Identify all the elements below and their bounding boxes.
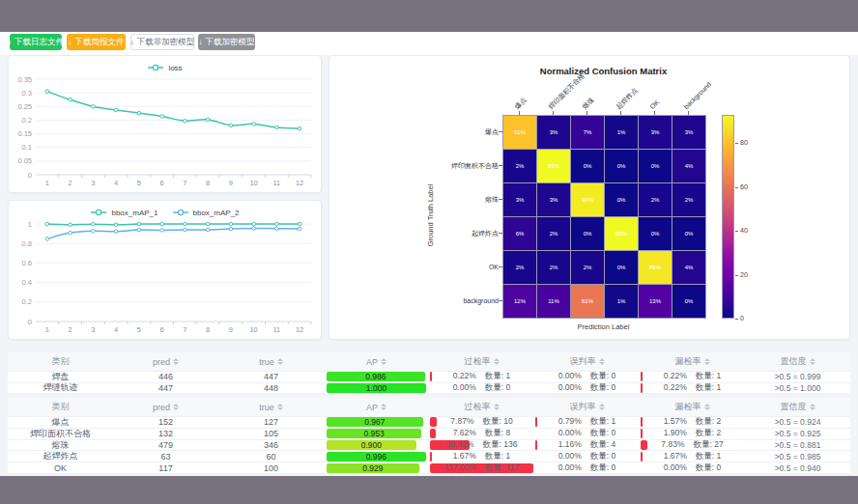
cell-miss: 1.90%数量: 2 [640, 429, 745, 439]
sort-caret-icon[interactable] [381, 358, 386, 365]
button-label: 下载日志文件 [14, 37, 64, 48]
sort-caret-icon[interactable] [599, 404, 605, 410]
cell-text: 焊缝轨迹 [43, 383, 78, 394]
confidence-value: >0.5 = 0.985 [775, 452, 821, 462]
sort-caret-icon[interactable] [173, 404, 179, 410]
svg-text:0.35: 0.35 [17, 75, 32, 84]
cell-over: 1.67%数量: 1 [429, 451, 534, 462]
legend-item-bbox_mAP_1[interactable]: bbox_mAP_1 [90, 209, 157, 217]
column-header-over[interactable]: 过检率 [429, 398, 534, 416]
column-header-true[interactable]: true [218, 398, 324, 416]
sort-caret-icon[interactable] [704, 404, 710, 410]
cell-text: 152 [158, 417, 173, 427]
cell-category: OK [8, 462, 113, 473]
column-header-miss[interactable]: 漏检率 [640, 352, 745, 371]
column-header-over[interactable]: 过检率 [429, 352, 534, 371]
rate-percent: 7.62% [453, 429, 476, 439]
svg-text:0.6: 0.6 [22, 259, 32, 267]
rate-count: 数量: 4 [590, 440, 615, 451]
sort-caret-icon[interactable] [810, 358, 815, 365]
svg-text:0: 0 [28, 171, 32, 180]
column-header-pred[interactable]: pred [113, 398, 218, 416]
cell-category: 爆点 [8, 417, 113, 428]
confidence-value: >0.5 = 0.881 [775, 440, 821, 450]
matrix-cell: 3% [537, 183, 570, 216]
svg-text:5: 5 [137, 179, 141, 187]
cell-text: 479 [158, 440, 173, 450]
sort-caret-icon[interactable] [494, 358, 500, 365]
rate-percent: 0.00% [558, 462, 582, 473]
cell-text: 焊盘 [52, 372, 70, 382]
sort-caret-icon[interactable] [599, 358, 605, 365]
cell-text: 448 [264, 383, 278, 393]
sort-caret-icon[interactable] [277, 358, 283, 365]
sort-caret-icon[interactable] [810, 404, 815, 410]
column-header-ap[interactable]: AP [324, 352, 429, 371]
column-header-label: 误判率 [570, 355, 596, 368]
legend-item-loss[interactable]: loss [147, 64, 182, 72]
legend-item-bbox_mAP_2[interactable]: bbox_mAP_2 [172, 209, 240, 217]
column-header-label: 类别 [52, 401, 70, 413]
matrix-cell: 81% [503, 116, 536, 149]
button-label: 下载非加密模型 [137, 37, 195, 48]
cell-true: 447 [218, 372, 324, 382]
rate-count: 数量: 2 [696, 417, 721, 428]
matrix-cell: 89% [639, 251, 672, 284]
colorbar-tick [735, 319, 738, 320]
loss-chart-card: loss 00.050.10.150.20.250.30.35123456789… [8, 55, 322, 193]
cell-text: 63 [160, 452, 170, 462]
column-header-conf[interactable]: 置信度 [745, 398, 850, 416]
download-unencrypted-model-button[interactable]: ↓下载非加密模型 [130, 34, 194, 50]
column-header-pred[interactable]: pred [113, 352, 218, 371]
colorbar-tick [735, 143, 738, 144]
svg-text:5: 5 [137, 325, 141, 334]
rate-percent: 1.90% [664, 429, 687, 439]
matrix-column-label: 起焊炸点 [615, 86, 640, 111]
column-header-ap[interactable]: AP [324, 398, 429, 416]
matrix-tick [499, 131, 502, 132]
confidence-value: >0.5 = 1.000 [775, 383, 821, 393]
bottom-frame-strip [0, 476, 858, 504]
column-header-label: 置信度 [781, 355, 807, 368]
svg-text:11: 11 [272, 179, 280, 187]
matrix-row-label: 熔珠 [410, 182, 499, 216]
svg-text:9: 9 [229, 179, 233, 187]
svg-text:3: 3 [91, 179, 95, 187]
cell-pred: 117 [113, 462, 218, 473]
column-header-mis[interactable]: 误判率 [534, 398, 640, 416]
rate-percent: 117.00% [444, 462, 476, 473]
column-header-conf[interactable]: 置信度 [745, 352, 850, 371]
cell-mis: 0.00%数量: 0 [534, 383, 640, 394]
column-header-label: AP [366, 357, 378, 367]
matrix-cell: 0% [639, 217, 672, 250]
cell-ap: 0.900 [324, 440, 429, 451]
column-header-mis[interactable]: 误判率 [534, 352, 640, 371]
column-header-true[interactable]: true [218, 352, 324, 371]
rate-bar [641, 383, 643, 393]
sort-caret-icon[interactable] [381, 404, 386, 410]
rate-count: 数量: 0 [485, 383, 510, 394]
colorbar-tick [735, 231, 738, 232]
sort-caret-icon[interactable] [277, 404, 283, 410]
ap-bar: 1.000 [327, 383, 426, 393]
rate-count: 数量: 0 [696, 462, 721, 473]
sort-caret-icon[interactable] [494, 404, 500, 410]
sort-caret-icon[interactable] [704, 358, 710, 365]
rate-count: 数量: 136 [482, 440, 517, 451]
ap-bar: 0.967 [327, 417, 423, 427]
download-encrypted-model-button[interactable]: ↓下载加密模型 [198, 34, 255, 50]
matrix-tick [499, 266, 502, 267]
matrix-tick [586, 111, 587, 115]
matrix-row-label: 起焊炸点 [410, 216, 499, 250]
matrix-cell: 12% [503, 285, 536, 318]
sort-caret-icon[interactable] [173, 358, 179, 365]
button-label: 下载加密模型 [206, 37, 255, 48]
table-row: 焊盘4464470.9860.22%数量: 10.00%数量: 00.22%数量… [8, 372, 850, 383]
column-header-miss[interactable]: 漏检率 [640, 398, 745, 416]
download-brief-button[interactable]: ↓下载简报文件 [67, 34, 126, 50]
table-row: 焊缝轨迹4474481.0000.00%数量: 00.00%数量: 00.22%… [8, 383, 850, 395]
rate-percent: 0.79% [558, 417, 582, 428]
button-label: 下载简报文件 [75, 37, 125, 48]
download-log-button[interactable]: ↓下载日志文件 [10, 34, 62, 50]
cell-miss: 0.00%数量: 0 [640, 462, 745, 473]
